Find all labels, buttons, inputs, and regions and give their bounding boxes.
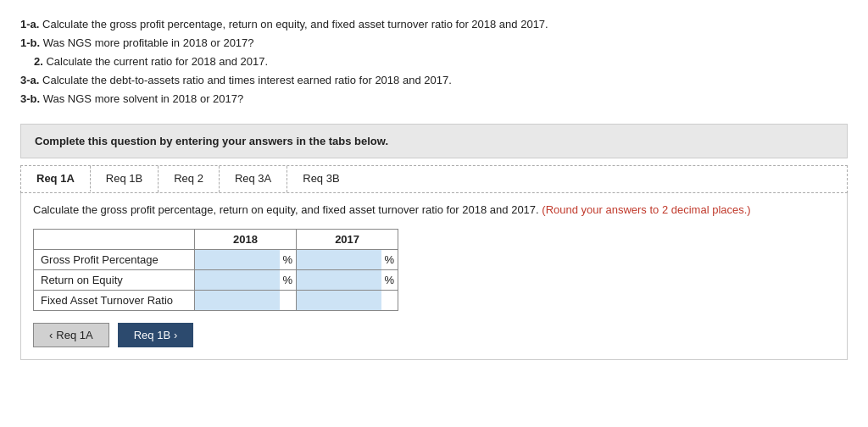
gross-profit-label: Gross Profit Percentage bbox=[34, 249, 195, 269]
roe-2017-input[interactable] bbox=[297, 270, 356, 290]
tab-req1b[interactable]: Req 1B bbox=[91, 166, 159, 192]
complete-box: Complete this question by entering your … bbox=[20, 124, 848, 158]
nav-buttons: ‹ Req 1A Req 1B › bbox=[33, 323, 835, 347]
instruction-3b: 3-b. Was NGS more solvent in 2018 or 201… bbox=[20, 90, 848, 108]
gross-profit-2017-input-cell[interactable] bbox=[297, 249, 381, 269]
ratios-table: 2018 2017 Gross Profit Percentage % % Re… bbox=[33, 229, 398, 311]
tabs-row: Req 1A Req 1B Req 2 Req 3A Req 3B bbox=[20, 165, 848, 193]
tab-description: Calculate the gross profit percentage, r… bbox=[33, 202, 835, 219]
next-button[interactable]: Req 1B › bbox=[118, 323, 194, 347]
table-row: Fixed Asset Turnover Ratio bbox=[34, 290, 398, 310]
instructions-block: 1-a. Calculate the gross profit percenta… bbox=[20, 15, 848, 108]
tab-content: Calculate the gross profit percentage, r… bbox=[20, 193, 848, 360]
tab-req3a[interactable]: Req 3A bbox=[220, 166, 287, 192]
fatr-label: Fixed Asset Turnover Ratio bbox=[34, 290, 195, 310]
tab-req3b[interactable]: Req 3B bbox=[287, 166, 354, 192]
next-arrow-icon: › bbox=[174, 329, 177, 341]
fatr-2017-input[interactable] bbox=[297, 291, 356, 310]
table-row: Return on Equity % % bbox=[34, 269, 398, 290]
gross-profit-2017-input[interactable] bbox=[297, 250, 356, 269]
table-row: Gross Profit Percentage % % bbox=[34, 249, 398, 269]
fatr-2017-pct bbox=[381, 290, 398, 310]
tab-req2[interactable]: Req 2 bbox=[159, 166, 220, 192]
prev-button-label: Req 1A bbox=[56, 329, 92, 341]
instruction-1b: 1-b. Was NGS more profitable in 2018 or … bbox=[20, 34, 848, 53]
roe-2017-pct: % bbox=[381, 269, 398, 290]
roe-label: Return on Equity bbox=[34, 269, 195, 290]
roe-2018-pct: % bbox=[280, 269, 297, 290]
prev-arrow-icon: ‹ bbox=[49, 329, 53, 341]
col-2017-header: 2017 bbox=[297, 229, 398, 249]
fatr-2017-input-cell[interactable] bbox=[297, 290, 381, 310]
fatr-2018-pct bbox=[280, 290, 297, 310]
col-2018-header: 2018 bbox=[195, 229, 297, 249]
gross-profit-2018-pct: % bbox=[280, 249, 297, 269]
gross-profit-2018-input-cell[interactable] bbox=[195, 249, 280, 269]
roe-2017-input-cell[interactable] bbox=[297, 269, 381, 290]
gross-profit-2018-input[interactable] bbox=[195, 250, 254, 269]
tab-req1a[interactable]: Req 1A bbox=[21, 166, 91, 192]
instruction-2: 2. Calculate the current ratio for 2018 … bbox=[20, 53, 848, 71]
fatr-2018-input[interactable] bbox=[195, 291, 254, 310]
instruction-3a: 3-a. Calculate the debt-to-assets ratio … bbox=[20, 71, 848, 90]
instruction-1a: 1-a. Calculate the gross profit percenta… bbox=[20, 15, 848, 34]
gross-profit-2017-pct: % bbox=[381, 249, 398, 269]
fatr-2018-input-cell[interactable] bbox=[195, 290, 280, 310]
roe-2018-input-cell[interactable] bbox=[195, 269, 280, 290]
prev-button[interactable]: ‹ Req 1A bbox=[33, 323, 109, 347]
next-button-label: Req 1B bbox=[134, 329, 170, 341]
roe-2018-input[interactable] bbox=[195, 270, 254, 290]
col-label-header bbox=[34, 229, 195, 249]
